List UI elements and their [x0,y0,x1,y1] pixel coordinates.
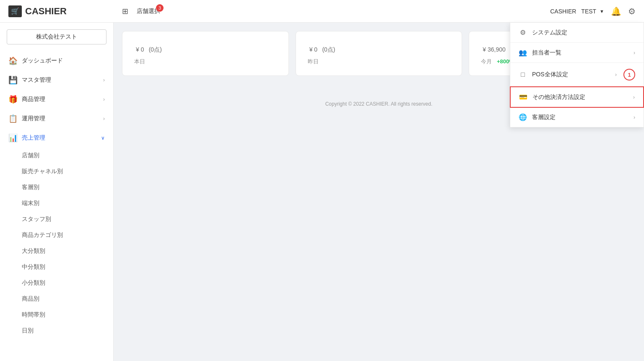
dropdown-item-system-settings[interactable]: ⚙ システム設定 [510,23,644,43]
circle-number-badge: 1 [623,69,635,81]
dropdown-item-label: POS全体設定 [532,71,568,78]
dropdown-item-label: 担当者一覧 [532,49,561,57]
dropdown-item-pos-settings[interactable]: □ POS全体設定 › 1 [510,63,644,87]
gear-icon: ⚙ [519,29,527,36]
chevron-right-icon: › [615,72,617,78]
chevron-right-icon: › [634,114,635,120]
users-icon: 👥 [519,49,527,57]
pos-icon: □ [519,71,527,78]
dropdown-item-customer-settings[interactable]: 🌐 客層設定 › [510,107,644,127]
dropdown-item-label: 客層設定 [532,114,556,121]
dropdown-menu: ⚙ システム設定 👥 担当者一覧 › □ POS全体設定 › 1 💳 その他決済… [510,23,644,127]
chevron-right-icon: › [634,50,635,56]
customer-icon: 🌐 [519,113,527,121]
payment-icon: 💳 [519,93,527,101]
dropdown-item-payment-settings[interactable]: 💳 その他決済方法設定 › [510,86,644,108]
dropdown-item-staff-list[interactable]: 👥 担当者一覧 › [510,43,644,63]
dropdown-item-label: システム設定 [532,29,567,36]
dropdown-item-label: その他決済方法設定 [532,93,585,101]
chevron-right-icon: › [633,94,635,100]
